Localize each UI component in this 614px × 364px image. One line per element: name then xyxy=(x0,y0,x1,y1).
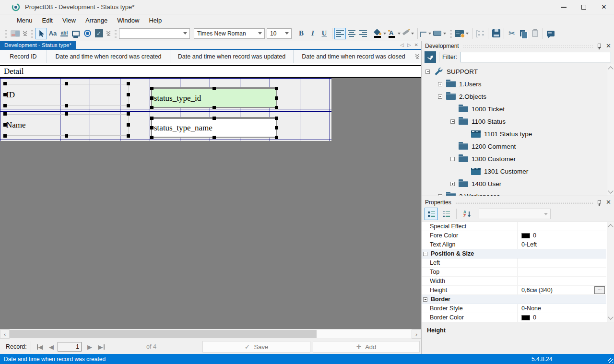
menu-view[interactable]: View xyxy=(58,15,80,25)
font-color-button[interactable]: A xyxy=(388,28,402,39)
collapse-icon[interactable] xyxy=(425,70,430,74)
collapse-icon[interactable] xyxy=(450,119,455,124)
property-row-text-align[interactable]: Text Align 0-Left xyxy=(422,240,606,249)
toolbar-grip[interactable] xyxy=(115,29,117,38)
menu-edit[interactable]: Edit xyxy=(38,15,57,25)
tab-scroll-left-icon[interactable]: ◁ xyxy=(400,42,404,47)
goto-object-button[interactable] xyxy=(425,51,436,63)
property-row-height[interactable]: Height 0,6см (340) ... xyxy=(422,286,606,295)
maximize-button[interactable] xyxy=(574,0,594,14)
property-row-fore-color[interactable]: Fore Color 0 xyxy=(422,231,606,240)
property-row-special-effect[interactable]: Special Effect xyxy=(422,222,606,231)
insert-image-button[interactable] xyxy=(10,28,21,39)
bold-button[interactable]: B xyxy=(295,28,307,39)
font-combobox[interactable]: Times New Roman xyxy=(194,28,265,39)
tree-item-1400-user[interactable]: 1400 User xyxy=(422,177,606,190)
toolbar-grip[interactable] xyxy=(5,29,7,38)
tree-item-1300-customer[interactable]: 1300 Customer xyxy=(422,153,606,165)
collapse-icon[interactable] xyxy=(438,94,442,99)
cut-button[interactable]: ✂ xyxy=(506,28,518,39)
collapse-icon[interactable] xyxy=(450,157,455,161)
designer-label-name[interactable]: Name xyxy=(5,114,129,136)
align-center-button[interactable] xyxy=(346,28,357,39)
property-category-border[interactable]: Border xyxy=(422,295,606,304)
ellipsis-button[interactable]: ... xyxy=(594,286,605,294)
align-right-button[interactable] xyxy=(357,28,369,39)
save-record-button[interactable]: ✓ Save xyxy=(202,341,310,352)
filter-input[interactable] xyxy=(460,52,611,62)
toolbar-grip[interactable] xyxy=(31,29,33,38)
record-number-input[interactable] xyxy=(58,342,82,352)
collapse-icon[interactable] xyxy=(423,252,427,256)
previous-record-button[interactable]: ◀ xyxy=(46,341,57,352)
next-record-button[interactable]: ▶ xyxy=(84,341,95,352)
expand-icon[interactable] xyxy=(450,182,455,186)
tree-item-1101-status-type[interactable]: 1101 Status type xyxy=(422,128,606,140)
expand-icon[interactable] xyxy=(438,82,442,86)
alphabetical-view-button[interactable] xyxy=(439,208,453,220)
toolbar-overflow-icon[interactable] xyxy=(22,28,28,39)
column-closed[interactable]: Date and time when record was closed xyxy=(294,50,413,63)
tree-item-2-objects[interactable]: 2.Objects xyxy=(422,90,606,103)
toolbar-grip[interactable] xyxy=(450,29,452,38)
tree-item-support[interactable]: SUPPORT xyxy=(422,65,606,78)
comment-button[interactable] xyxy=(545,28,556,39)
last-record-button[interactable]: ▶ xyxy=(96,341,106,352)
form-properties-button[interactable] xyxy=(454,28,470,39)
object-selector-combobox[interactable] xyxy=(479,209,551,219)
scroll-right-icon[interactable]: › xyxy=(412,329,421,339)
scroll-up-icon[interactable] xyxy=(608,224,613,229)
tree-item-1301-customer[interactable]: 1301 Customer xyxy=(422,165,606,177)
scroll-left-icon[interactable]: ‹ xyxy=(0,329,10,339)
sort-az-button[interactable]: AZ xyxy=(460,208,473,220)
tree-item-3-workspaces[interactable]: 3.Workspaces xyxy=(422,190,606,196)
tab-close-icon[interactable]: ✕ xyxy=(414,42,418,47)
property-row-width[interactable]: Width xyxy=(422,277,606,286)
scroll-down-icon[interactable] xyxy=(608,188,613,193)
panel-close-icon[interactable]: ✕ xyxy=(606,44,611,48)
designer-field-status-type-id[interactable]: status_type_id xyxy=(151,87,277,108)
copy-button[interactable] xyxy=(518,28,529,39)
save-button[interactable] xyxy=(490,28,502,39)
menu-window[interactable]: Window xyxy=(113,15,143,25)
border-style-button[interactable] xyxy=(433,28,448,39)
panel-close-icon[interactable]: ✕ xyxy=(606,200,611,205)
tree-item-1000-ticket[interactable]: 1000 Ticket xyxy=(422,103,606,115)
tree-scrollbar[interactable] xyxy=(607,64,614,196)
checkbox-tool[interactable]: ✓ xyxy=(93,28,105,39)
collapse-icon[interactable] xyxy=(423,297,427,302)
menu-menu[interactable]: Menu xyxy=(12,15,37,25)
close-button[interactable]: ✕ xyxy=(594,0,614,14)
underline-button[interactable]: U xyxy=(319,28,330,39)
property-row-left[interactable]: Left xyxy=(422,258,606,268)
radio-tool[interactable] xyxy=(82,28,93,39)
pin-icon[interactable] xyxy=(597,43,601,49)
tab-development-status-type[interactable]: Development - Status type* xyxy=(0,41,76,49)
toolbar-overflow-icon[interactable] xyxy=(106,28,111,39)
font-size-combobox[interactable]: 10 xyxy=(267,28,292,39)
style-combobox[interactable] xyxy=(119,28,190,39)
column-record-id[interactable]: Record ID xyxy=(0,50,47,63)
tree-item-1100-status[interactable]: 1100 Status xyxy=(422,115,606,128)
textbox-tool[interactable]: abl xyxy=(59,28,70,39)
column-updated[interactable]: Date and time when record was updated xyxy=(170,50,294,63)
designer-label-id[interactable]: ID xyxy=(5,84,129,106)
first-record-button[interactable]: ◀ xyxy=(35,341,45,352)
tab-scroll-right-icon[interactable]: ▷ xyxy=(407,42,411,47)
fill-color-button[interactable] xyxy=(373,28,388,39)
horizontal-scrollbar[interactable]: ‹ › xyxy=(0,329,421,339)
button-tool[interactable] xyxy=(70,28,82,39)
menu-arrange[interactable]: Arrange xyxy=(81,15,112,25)
categorized-view-button[interactable] xyxy=(425,208,438,220)
border-corner-button[interactable] xyxy=(420,28,433,39)
resize-grip[interactable] xyxy=(608,358,613,363)
tree-item-1-users[interactable]: 1.Users xyxy=(422,78,606,90)
designer-field-status-type-name[interactable]: status_type_name xyxy=(151,117,277,138)
tree-item-1200-comment[interactable]: 1200 Comment xyxy=(422,140,606,153)
italic-button[interactable]: I xyxy=(307,28,319,39)
detail-band-header[interactable]: Detail xyxy=(0,65,421,78)
expand-icon[interactable] xyxy=(438,194,442,196)
menu-help[interactable]: Help xyxy=(144,15,166,25)
outline-view-button[interactable] xyxy=(474,28,486,39)
columns-overflow-button[interactable] xyxy=(413,50,421,63)
